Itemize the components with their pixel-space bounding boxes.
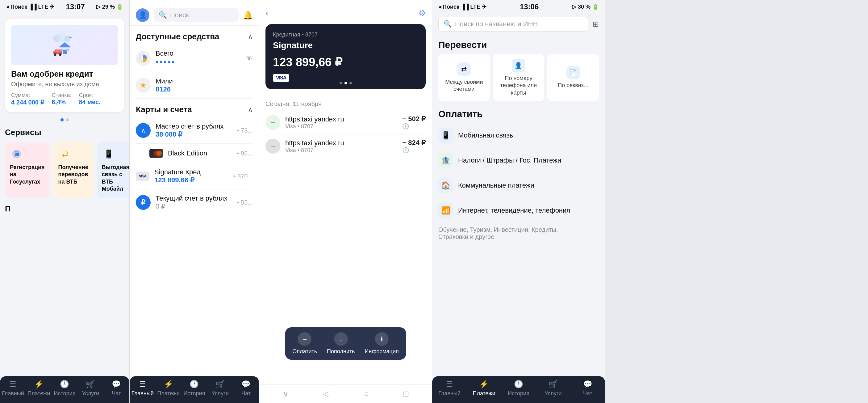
nav-payments-2[interactable]: ⚡ Платежи: [156, 380, 182, 397]
chat-nav-icon-4: 💬: [583, 380, 592, 388]
miles-info: Мили 8126: [156, 77, 173, 93]
bottom-nav-4: ☰ Главный ⚡ Платежи 🕐 История 🛒 Услуги 💬…: [432, 376, 605, 403]
search-bar-4[interactable]: 🔍 Поиск по названию и ИНН: [438, 17, 588, 31]
screen-home: ◂ Поиск ▐▐ LTE ✈ 13:07 ▷ 29 % 🔋: [0, 0, 130, 403]
trans-amount-0: − 502 ₽ 🕐: [402, 115, 426, 130]
cards-accounts-chevron[interactable]: ∧: [248, 106, 253, 114]
service-transfers[interactable]: ⇄ Получение переводов на ВТБ: [53, 142, 93, 198]
svg-point-11: [59, 54, 61, 56]
available-funds-title: Доступные средства: [136, 32, 219, 41]
education-partial: Обучение, Туризм, Инвестиции, Кредиты,Ст…: [438, 223, 599, 243]
promo-value-0: 4 244 000 ₽: [11, 99, 44, 106]
android-home-btn[interactable]: ○: [364, 389, 369, 399]
promo-value-1: 6,4%: [52, 98, 66, 105]
gear-button[interactable]: ⚙: [418, 8, 426, 18]
android-back-btn[interactable]: ◁: [323, 389, 329, 399]
action-refill[interactable]: ↓ Пополнить: [327, 332, 355, 355]
nav-label-payments-2: Платежи: [157, 390, 180, 397]
status-bar-2: [130, 0, 259, 5]
show-balance-btn[interactable]: 👁: [246, 54, 253, 62]
chevron-down-btn[interactable]: ∨: [283, 389, 289, 399]
svg-text:🏛: 🏛: [14, 150, 20, 157]
black-edition-row[interactable]: Black Edition • 96...: [130, 144, 259, 163]
user-avatar[interactable]: 👤: [136, 8, 149, 22]
transaction-1[interactable]: → https taxi yandex ru Visa • 8707 − 824…: [264, 135, 427, 158]
tax-pay-icon: 🏦: [438, 153, 453, 168]
pay-taxes[interactable]: 🏦 Налоги / Штрафы / Гос. Платежи: [438, 148, 599, 173]
payments-content: Перевести ⇄ Между своими счетами 👤 По но…: [432, 35, 605, 376]
transfer-grid: ⇄ Между своими счетами 👤 По номеру телеф…: [438, 54, 599, 102]
pay-mobile[interactable]: 📱 Мобильная связь: [438, 123, 599, 148]
transfer-phone-label: По номеру телефона или карты: [498, 75, 539, 96]
black-card-image: [149, 149, 163, 158]
master-account-value: 38 000 ₽: [156, 131, 232, 139]
gosuslugi-svg: 🏛: [12, 149, 22, 159]
nav-home-4[interactable]: ☰ Главный: [432, 380, 467, 397]
payments-nav-icon-4: ⚡: [479, 380, 489, 388]
nav-history-2[interactable]: 🕐 История: [182, 380, 208, 397]
partial-section: П: [5, 204, 124, 213]
mobile-icon: 📱: [102, 147, 116, 161]
nav-label-payments-4: Платежи: [473, 390, 495, 397]
card-dot-1: [344, 82, 347, 84]
available-funds-chevron[interactable]: ∧: [248, 33, 253, 41]
nav-history-1[interactable]: 🕐 История: [52, 380, 78, 397]
nav-history-4[interactable]: 🕐 История: [501, 380, 536, 397]
accounts-content: Доступные средства ∧ Всего ••••• 👁 ★ Мил…: [130, 26, 259, 376]
refill-popup-label: Пополнить: [327, 348, 355, 355]
info-popup-label: Информация: [365, 348, 399, 355]
chat-nav-icon-2: 💬: [241, 380, 251, 388]
service-gosuslugi[interactable]: 🏛 Регистрация на Госуслугах: [5, 142, 50, 198]
promo-card[interactable]: Вам одобрен кредит Оформите, не выходя и…: [5, 19, 124, 112]
action-info[interactable]: ℹ Информация: [365, 332, 399, 355]
master-account-row[interactable]: ∧ Мастер счет в рублях 38 000 ₽ • 73...: [130, 117, 259, 143]
qr-icon[interactable]: ⊞: [593, 20, 599, 28]
card-amount: 123 899,66 ₽: [273, 55, 418, 69]
transaction-0[interactable]: → https taxi yandex ru Visa • 8707 − 502…: [264, 111, 427, 135]
trans-meta-0: Visa • 8707: [285, 123, 397, 130]
android-recents-btn[interactable]: □: [403, 389, 408, 399]
nav-home-2[interactable]: ☰ Главный: [130, 380, 156, 397]
signature-value: 123 899,66 ₽: [154, 176, 228, 184]
transfer-by-details[interactable]: 📄 По реквиз...: [547, 54, 599, 102]
transfer-by-phone[interactable]: 👤 По номеру телефона или карты: [493, 54, 545, 102]
current-account-name: Текущий счет в рублях: [156, 194, 232, 202]
screen-accounts: 👤 🔍 Поиск 🔔 Доступные средства ∧ Всего •…: [130, 0, 259, 403]
nav-services-1[interactable]: 🛒 Услуги: [78, 380, 103, 397]
notification-icon[interactable]: 🔔: [243, 10, 253, 20]
services-nav-icon-4: 🛒: [549, 380, 558, 388]
card-dot-0: [340, 82, 342, 84]
status-right-4: ▷ 30 % 🔋: [572, 3, 599, 10]
nav-chat-4[interactable]: 💬 Чат: [570, 380, 605, 397]
pay-utilities[interactable]: 🏠 Коммунальные платежи: [438, 173, 599, 198]
nav-label-home-2: Главный: [131, 390, 154, 397]
promo-detail-2: Срок: 84 мес.: [79, 92, 100, 106]
status-bar-1: ◂ Поиск ▐▐ LTE ✈ 13:07 ▷ 29 % 🔋: [0, 0, 129, 13]
nav-payments-4[interactable]: ⚡ Платежи: [467, 380, 501, 397]
search-bar-2[interactable]: 🔍 Поиск: [154, 8, 239, 22]
status-left-1: ◂ Поиск ▐▐ LTE ✈: [6, 3, 54, 10]
nav-home-1[interactable]: ☰ Главный: [0, 380, 26, 397]
transfer-section: Перевести ⇄ Между своими счетами 👤 По но…: [438, 39, 599, 102]
status-left-4: ◂ Поиск ▐▐ LTE ✈: [438, 3, 487, 10]
nav-chat-2[interactable]: 💬 Чат: [233, 380, 259, 397]
nav-services-4[interactable]: 🛒 Услуги: [536, 380, 570, 397]
signature-name: Signature Кред: [154, 168, 228, 176]
nav-chat-1[interactable]: 💬 Чат: [103, 380, 129, 397]
transfer-own-accounts[interactable]: ⇄ Между своими счетами: [438, 54, 490, 102]
action-pay[interactable]: → Оплатить: [292, 332, 317, 355]
signature-row[interactable]: VISA Signature Кред 123 899,66 ₽ • 870..…: [130, 163, 259, 189]
pay-internet[interactable]: 📶 Интернет, телевидение, телефония: [438, 198, 599, 223]
nav-payments-1[interactable]: ⚡ Платежи: [26, 380, 52, 397]
card-dot-2: [349, 82, 352, 84]
back-button[interactable]: ‹: [266, 8, 268, 18]
pay-popup-icon: →: [298, 332, 311, 346]
svg-rect-5: [63, 50, 67, 54]
current-account-row[interactable]: ₽ Текущий счет в рублях 0 ₽ • 55...: [130, 190, 259, 215]
promo-title: Вам одобрен кредит: [11, 69, 118, 79]
service-mobile[interactable]: 📱 Выгодная связь с ВТБ Мобайл: [97, 142, 129, 198]
home-nav-icon-4: ☰: [446, 380, 453, 388]
nav-services-2[interactable]: 🛒 Услуги: [207, 380, 233, 397]
service-label-0: Регистрация на Госуслугах: [10, 164, 45, 185]
pie-icon: [139, 54, 148, 63]
